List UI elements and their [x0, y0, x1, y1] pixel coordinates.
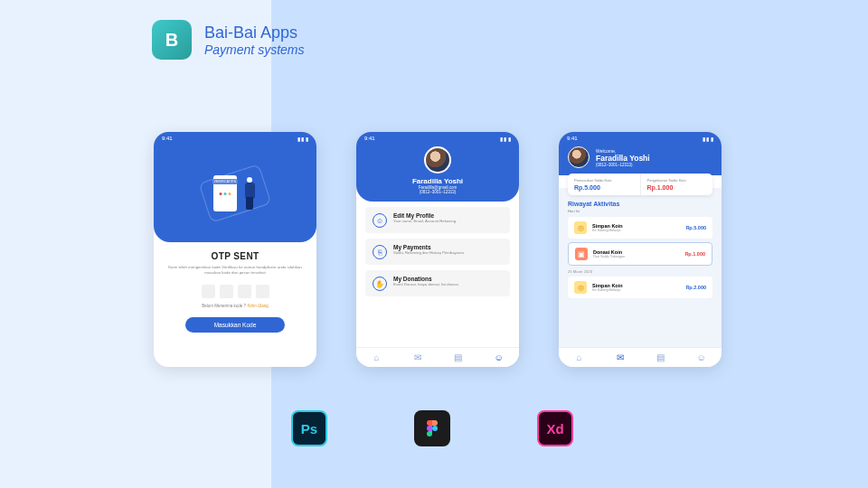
- activity-item[interactable]: ◎ Simpan Koin Ke Kaleng Belanja Rp.2.000: [568, 277, 712, 298]
- status-icons: ▮ ▮ ▮: [297, 136, 308, 142]
- status-icons: ▮ ▮ ▮: [703, 136, 713, 142]
- phone-home: 9:41 ▮ ▮ ▮ Welcome, Faradilla Yoshi (081…: [559, 132, 722, 367]
- profile-hero: Faradilla Yoshi Faradilla@gmail.com (081…: [356, 145, 519, 202]
- donation-icon: ✋: [373, 277, 387, 291]
- bottom-nav: ⌂ ✉ ▤ ☺: [356, 347, 519, 367]
- wallet-icon: ⎘: [373, 245, 387, 259]
- resend-row: Belum Menerima kode ? Kirim Ulang: [202, 304, 268, 308]
- profile-menu: ☺ Edit My Profile Your name, Email, Acco…: [356, 202, 519, 302]
- nav-doc-icon[interactable]: ▤: [453, 352, 464, 363]
- menu-my-payments[interactable]: ⎘ My Payments Saldo, Rekening dan Histor…: [365, 239, 510, 265]
- design-tools-row: Ps Xd: [291, 410, 573, 446]
- menu-title: Edit My Profile: [393, 212, 456, 219]
- menu-title: My Donations: [393, 276, 458, 282]
- activity-amount: Rp.2.000: [685, 285, 706, 290]
- activity-date: 25 Maret 2020: [568, 269, 712, 274]
- status-time: 9:41: [364, 136, 375, 141]
- resend-link[interactable]: Kirim Ulang: [247, 304, 268, 308]
- activity-sub: Ke Kaleng Belanja: [592, 288, 680, 292]
- header-text: Bai-Bai Apps Payment systems: [204, 23, 304, 57]
- menu-edit-profile[interactable]: ☺ Edit My Profile Your name, Email, Acco…: [365, 207, 510, 233]
- balance-in-label: Pemasukan Saldo Koin: [574, 178, 634, 183]
- photoshop-icon: Ps: [291, 410, 327, 446]
- otp-content: OTP SENT Kami telah mengirimkan kode Ver…: [154, 242, 316, 367]
- balance-card: Pemasukan Saldo Koin Rp.5.000 Pengeluara…: [568, 174, 712, 195]
- activity-section-title: Riwayat Aktivitas: [568, 201, 712, 207]
- home-user-phone: (0812–3001–12313): [596, 163, 650, 167]
- status-icons: ▮ ▮ ▮: [500, 136, 511, 142]
- status-time: 9:41: [162, 136, 173, 141]
- otp-input-group: [202, 285, 269, 298]
- otp-digit-2[interactable]: [220, 285, 233, 298]
- activity-sub: Dari Saldo Tabungan: [593, 255, 679, 258]
- menu-my-donations[interactable]: ✋ My Donations Event Donasi, biaya donas…: [365, 270, 510, 296]
- balance-out-label: Pengeluaran Saldo Koin: [647, 178, 707, 183]
- otp-digit-1[interactable]: [202, 285, 215, 298]
- nav-profile-icon[interactable]: ☺: [494, 352, 505, 363]
- phones-row: 9:41 ▮ ▮ ▮ VERIFICATION OTP SENT Kami te…: [154, 132, 722, 367]
- profile-phone: (0812–3001–12313): [356, 190, 519, 194]
- nav-home-icon[interactable]: ⌂: [372, 352, 382, 363]
- activity-amount: Rp.1.000: [684, 251, 705, 257]
- welcome-label: Welcome,: [596, 148, 650, 154]
- activity-section-sub: Hari Ini: [568, 209, 712, 213]
- figma-icon: [414, 410, 450, 446]
- otp-digit-4[interactable]: [256, 285, 269, 298]
- verification-dots: [220, 192, 231, 195]
- verification-card-illustration: VERIFICATION: [213, 175, 237, 211]
- avatar[interactable]: [424, 146, 451, 174]
- app-name: Bai-Bai Apps: [204, 23, 304, 42]
- nav-profile-icon[interactable]: ☺: [696, 352, 707, 363]
- phone-profile: 9:41 ▮ ▮ ▮ Faradilla Yoshi Faradilla@gma…: [356, 132, 519, 367]
- balance-in-value: Rp.5.000: [574, 184, 634, 191]
- nav-mail-icon[interactable]: ✉: [412, 352, 423, 363]
- nav-mail-icon[interactable]: ✉: [615, 352, 626, 363]
- menu-sub: Event Donasi, biaya donasi, list donasi: [393, 282, 458, 286]
- activity-amount: Rp.5.000: [685, 225, 706, 230]
- otp-digit-3[interactable]: [238, 285, 251, 298]
- activity-body: Riwayat Aktivitas Hari Ini ◎ Simpan Koin…: [559, 188, 722, 367]
- balance-out[interactable]: Pengeluaran Saldo Koin Rp.1.000: [641, 174, 713, 195]
- status-bar: 9:41 ▮ ▮ ▮: [559, 132, 722, 145]
- resend-label: Belum Menerima kode ?: [202, 304, 246, 308]
- balance-out-value: Rp.1.000: [647, 184, 707, 191]
- page-header: B Bai-Bai Apps Payment systems: [152, 20, 304, 60]
- person-illustration: [242, 175, 257, 211]
- status-time: 9:41: [567, 136, 578, 141]
- menu-sub: Saldo, Rekening dan History Pembayaran: [393, 250, 464, 255]
- menu-title: My Payments: [393, 244, 464, 250]
- verification-tag: VERIFICATION: [212, 179, 238, 184]
- activity-item[interactable]: ▣ Donasi Koin Dari Saldo Tabungan Rp.1.0…: [568, 242, 712, 266]
- menu-sub: Your name, Email, Account Rekening: [393, 219, 456, 223]
- profile-name: Faradilla Yoshi: [356, 177, 519, 185]
- home-hero: Welcome, Faradilla Yoshi (0812–3001–1231…: [559, 145, 722, 175]
- bottom-nav: ⌂ ✉ ▤ ☺: [559, 347, 722, 367]
- home-user-name: Faradilla Yoshi: [596, 154, 650, 163]
- coin-in-icon: ◎: [574, 221, 587, 234]
- phone-otp: 9:41 ▮ ▮ ▮ VERIFICATION OTP SENT Kami te…: [154, 132, 316, 367]
- nav-home-icon[interactable]: ⌂: [574, 352, 585, 363]
- balance-in[interactable]: Pemasukan Saldo Koin Rp.5.000: [568, 174, 641, 195]
- avatar[interactable]: [568, 146, 590, 168]
- coin-out-icon: ▣: [575, 248, 588, 260]
- activity-sub: Ke Kaleng Belanja: [592, 229, 680, 232]
- status-bar: 9:41 ▮ ▮ ▮: [154, 132, 316, 145]
- otp-hero: VERIFICATION: [154, 145, 316, 242]
- status-bar: 9:41 ▮ ▮ ▮: [356, 132, 519, 145]
- nav-doc-icon[interactable]: ▤: [656, 352, 666, 363]
- otp-title: OTP SENT: [211, 251, 259, 261]
- submit-code-button[interactable]: Masukkan Kode: [185, 317, 285, 333]
- activity-item[interactable]: ◎ Simpan Koin Ke Kaleng Belanja Rp.5.000: [568, 217, 712, 239]
- coin-in-icon: ◎: [574, 281, 587, 294]
- person-icon: ☺: [373, 213, 387, 228]
- adobe-xd-icon: Xd: [537, 410, 573, 446]
- otp-description: Kami telah mengirimkan kode Verifikasi k…: [166, 265, 304, 276]
- app-subtitle: Payment systems: [204, 42, 304, 57]
- app-logo: B: [152, 20, 192, 60]
